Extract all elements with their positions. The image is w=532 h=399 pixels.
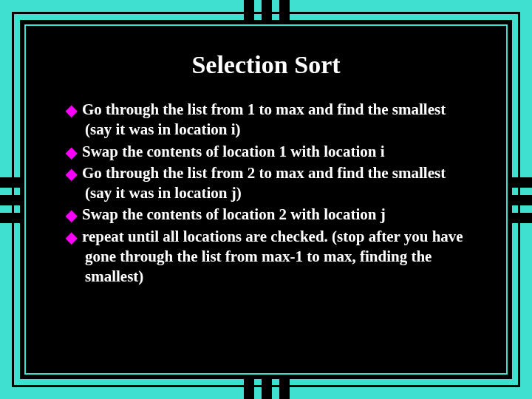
slide-frame-outer: Selection Sort ◆Go through the list from… (12, 12, 520, 387)
slide-content: Selection Sort ◆Go through the list from… (30, 30, 502, 369)
diamond-icon: ◆ (66, 100, 82, 120)
bullet-text: repeat until all locations are checked. … (82, 228, 463, 286)
slide-frame-inner: Selection Sort ◆Go through the list from… (24, 24, 508, 375)
bullet-text: Swap the contents of location 1 with loc… (82, 143, 385, 160)
bullet-list: ◆Go through the list from 1 to max and f… (66, 100, 466, 287)
list-item: ◆Go through the list from 2 to max and f… (66, 163, 466, 204)
list-item: ◆Go through the list from 1 to max and f… (66, 100, 466, 140)
bullet-text: Go through the list from 2 to max and fi… (82, 164, 446, 202)
list-item: ◆Swap the contents of location 2 with lo… (66, 205, 466, 225)
diamond-icon: ◆ (66, 228, 82, 247)
bullet-text: Go through the list from 1 to max and fi… (82, 100, 446, 138)
diamond-icon: ◆ (66, 164, 82, 183)
diamond-icon: ◆ (66, 205, 82, 225)
bullet-text: Swap the contents of location 2 with loc… (82, 205, 386, 223)
list-item: ◆repeat until all locations are checked.… (66, 227, 466, 287)
diamond-icon: ◆ (66, 143, 82, 162)
slide-title: Selection Sort (66, 51, 466, 79)
slide-frame-mid: Selection Sort ◆Go through the list from… (20, 20, 512, 379)
list-item: ◆Swap the contents of location 1 with lo… (66, 142, 466, 162)
